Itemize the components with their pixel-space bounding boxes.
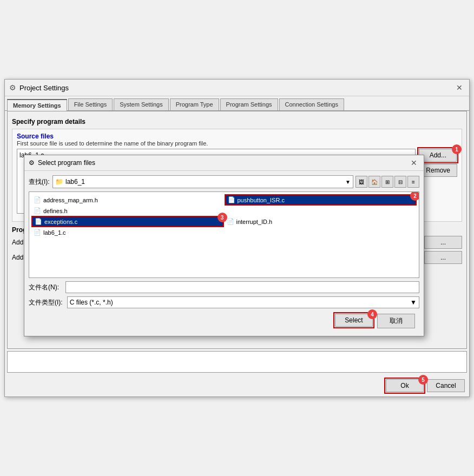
file-name-pushbutton: pushbutton_ISR.c xyxy=(238,197,285,203)
dialog-title-bar: ⚙ Select program files ✕ xyxy=(24,155,424,171)
file-name-lab6: lab6_1.c xyxy=(43,229,66,236)
dialog-footer: Select 4 取消 xyxy=(29,310,419,332)
badge-3: 3 xyxy=(218,213,227,222)
filetype-row: 文件类型(I): C files (*.c, *.h) ▼ xyxy=(29,296,419,308)
badge-1: 1 xyxy=(452,144,462,154)
tab-connection-settings[interactable]: Connection Settings xyxy=(279,98,344,110)
browse-linker-button[interactable]: ... xyxy=(424,251,462,264)
file-item-interrupt-id[interactable]: 📄 interrupt_ID.h xyxy=(225,216,417,227)
file-doc-icon: 📄 xyxy=(34,196,41,203)
tab-file-settings[interactable]: File Settings xyxy=(68,98,113,110)
folder-icon: 📁 xyxy=(55,178,63,186)
dialog-close-button[interactable]: ✕ xyxy=(409,158,419,168)
cancel-dialog-button[interactable]: 取消 xyxy=(377,314,415,328)
window-title: Project Settings xyxy=(19,84,69,92)
toolbar-icons: 🖼 🏠 ⊞ ⊟ ≡ xyxy=(356,176,419,188)
section-label: Specify program details xyxy=(12,116,462,129)
file-item-address-map[interactable]: 📄 address_map_arm.h xyxy=(31,194,224,206)
filename-input[interactable] xyxy=(65,281,419,293)
source-files-desc: First source file is used to determine t… xyxy=(17,140,457,147)
file-item-defines[interactable]: 📄 defines.h xyxy=(31,206,224,215)
title-bar: ⚙ Project Settings ✕ xyxy=(5,80,469,96)
file-doc-icon-lab6: 📄 xyxy=(34,229,41,236)
tab-memory-settings[interactable]: Memory Settings xyxy=(7,99,67,111)
tabs-bar: Memory Settings File Settings System Set… xyxy=(5,96,469,111)
filetype-select[interactable]: C files (*.c, *.h) ▼ xyxy=(67,296,419,308)
filetype-value: C files (*.c, *.h) xyxy=(70,299,113,306)
filename-label: 文件名(N): xyxy=(29,283,61,292)
dialog-title-text: Select program files xyxy=(38,159,95,167)
dropdown-arrow-icon: ▼ xyxy=(345,179,351,185)
main-cancel-button[interactable]: Cancel xyxy=(427,379,465,392)
toolbar-icon-btn-4[interactable]: ⊟ xyxy=(394,176,406,188)
current-folder-text: lab6_1 xyxy=(65,178,85,186)
remove-button[interactable]: Remove xyxy=(419,164,457,177)
tab-program-settings[interactable]: Program Settings xyxy=(220,98,278,110)
file-doc-icon-interrupt: 📄 xyxy=(227,218,234,225)
filename-row: 文件名(N): xyxy=(29,281,419,293)
tab-program-type[interactable]: Program Type xyxy=(170,98,219,110)
main-window: ⚙ Project Settings ✕ Memory Settings Fil… xyxy=(4,79,470,397)
filetype-label: 文件类型(I): xyxy=(29,298,63,307)
gear-icon: ⚙ xyxy=(9,83,16,92)
toolbar-icon-btn-3[interactable]: ⊞ xyxy=(381,176,393,188)
file-doc-icon-defines: 📄 xyxy=(34,207,41,214)
file-name-defines: defines.h xyxy=(43,208,68,214)
file-item-exceptions[interactable]: 📄 exceptions.c 3 xyxy=(31,216,224,227)
add-button[interactable]: Add... xyxy=(419,149,457,162)
badge-4: 4 xyxy=(367,309,377,319)
tab-system-settings[interactable]: System Settings xyxy=(114,98,168,110)
main-footer-buttons: Ok 5 Cancel xyxy=(5,375,469,396)
dialog-gear-icon: ⚙ xyxy=(29,159,35,167)
badge-5: 5 xyxy=(418,375,428,385)
browse-opt-button[interactable]: ... xyxy=(424,236,462,249)
folder-select-dropdown[interactable]: 📁 lab6_1 ▼ xyxy=(52,175,353,188)
filetype-dropdown-arrow: ▼ xyxy=(410,299,417,306)
file-doc-icon-pushbutton: 📄 xyxy=(228,196,235,203)
look-in-label: 查找(I): xyxy=(29,177,50,187)
bottom-area xyxy=(7,351,467,373)
toolbar-icon-btn-1[interactable]: 🖼 xyxy=(356,176,367,188)
content-area: Specify program details Source files Fir… xyxy=(7,111,467,349)
file-name: address_map_arm.h xyxy=(43,197,98,203)
source-files-header: Source files xyxy=(17,133,457,140)
select-files-dialog: ⚙ Select program files ✕ 查找(I): 📁 lab6_1… xyxy=(24,155,424,336)
file-doc-icon-exceptions: 📄 xyxy=(35,218,42,225)
close-button[interactable]: ✕ xyxy=(454,83,465,92)
file-item-pushbutton-isr[interactable]: 📄 pushbutton_ISR.c 2 xyxy=(225,194,417,206)
file-item-lab6[interactable]: 📄 lab6_1.c xyxy=(31,228,224,237)
file-name-interrupt: interrupt_ID.h xyxy=(236,219,273,225)
toolbar-icon-btn-2[interactable]: 🏠 xyxy=(368,176,380,188)
badge-2: 2 xyxy=(410,191,419,201)
file-grid: 📄 address_map_arm.h 📄 pushbutton_ISR.c 2… xyxy=(29,191,419,278)
file-toolbar: 查找(I): 📁 lab6_1 ▼ 🖼 🏠 ⊞ ⊟ ≡ xyxy=(29,175,419,188)
file-name-exceptions: exceptions.c xyxy=(44,219,77,225)
toolbar-icon-btn-5[interactable]: ≡ xyxy=(407,176,419,188)
